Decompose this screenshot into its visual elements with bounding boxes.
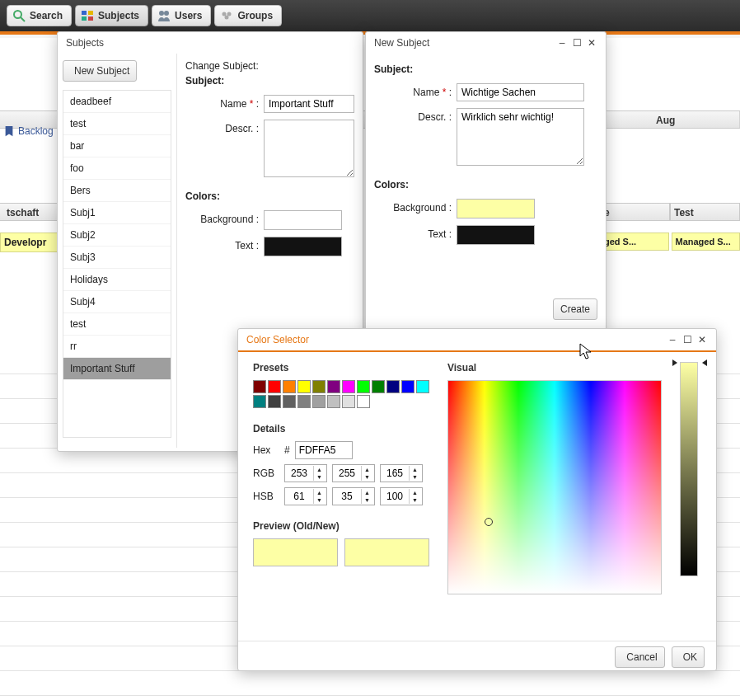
- ns-descr-textarea[interactable]: Wirklich sehr wichtig!: [457, 108, 584, 166]
- ns-bg-color-swatch[interactable]: [457, 199, 535, 218]
- descr-label: Descr. :: [185, 120, 264, 134]
- rgb-r-spinner[interactable]: ▲▼: [284, 464, 327, 482]
- close-icon[interactable]: ✕: [586, 37, 597, 49]
- group-header-right: e Test: [600, 203, 740, 221]
- descr-textarea[interactable]: [264, 120, 354, 177]
- managed-cells: ged S... Managed S...: [600, 233, 740, 251]
- subjects-icon: [81, 9, 94, 22]
- cancel-label: Cancel: [626, 651, 657, 663]
- change-subject-heading: Change Subject:: [185, 60, 354, 72]
- bg-color-swatch[interactable]: [264, 210, 342, 230]
- hsb-b-spinner[interactable]: ▲▼: [380, 487, 423, 505]
- subject-list-item[interactable]: Important Stuff: [63, 358, 171, 380]
- hue-saturation-area[interactable]: [447, 380, 662, 594]
- preset-swatch[interactable]: [253, 380, 266, 393]
- preview-old: [253, 538, 338, 566]
- preset-swatch[interactable]: [342, 380, 355, 393]
- minimize-icon[interactable]: –: [556, 37, 568, 49]
- preset-swatch[interactable]: [327, 380, 340, 393]
- preset-swatch[interactable]: [327, 395, 340, 408]
- subject-list-item[interactable]: Holidays: [63, 269, 171, 291]
- managed-cell[interactable]: ged S...: [600, 233, 669, 251]
- preset-swatch[interactable]: [268, 380, 281, 393]
- preset-swatch[interactable]: [386, 380, 400, 393]
- preset-swatch[interactable]: [416, 380, 429, 393]
- text-color-swatch[interactable]: [264, 237, 342, 256]
- preset-swatch[interactable]: [283, 395, 296, 408]
- preset-swatch[interactable]: [342, 395, 355, 408]
- subject-section-heading: Subject:: [185, 75, 354, 87]
- ns-name-label: Name * :: [374, 83, 457, 98]
- subject-list-item[interactable]: rr: [63, 336, 171, 358]
- preset-swatch[interactable]: [283, 380, 296, 393]
- maximize-icon[interactable]: ☐: [571, 37, 583, 49]
- subject-list-item[interactable]: Subj3: [63, 247, 171, 269]
- subject-list-item[interactable]: Subj2: [63, 224, 171, 247]
- svg-rect-4: [82, 16, 87, 21]
- preset-swatch[interactable]: [357, 395, 370, 408]
- preset-swatch[interactable]: [312, 380, 326, 393]
- ns-descr-label: Descr. :: [374, 108, 457, 123]
- subject-list-item[interactable]: Subj1: [63, 202, 171, 224]
- ns-name-input[interactable]: [457, 83, 584, 101]
- cancel-button[interactable]: Cancel: [615, 646, 664, 668]
- svg-line-1: [21, 17, 25, 21]
- subject-list-item[interactable]: test: [63, 113, 171, 135]
- preset-grid: [253, 380, 429, 408]
- preset-swatch[interactable]: [372, 380, 385, 393]
- subject-list-item[interactable]: deadbeef: [63, 91, 171, 113]
- tab-label: Groups: [237, 10, 273, 21]
- svg-rect-2: [82, 11, 87, 15]
- create-label: Create: [560, 303, 590, 315]
- subject-list-item[interactable]: bar: [63, 135, 171, 157]
- colors-section-heading: Colors:: [185, 190, 354, 202]
- svg-point-7: [164, 11, 169, 16]
- hsb-h-spinner[interactable]: ▲▼: [284, 487, 327, 505]
- topbar: Search Subjects Users Groups: [0, 0, 740, 35]
- svg-rect-5: [88, 16, 93, 21]
- create-button[interactable]: Create: [553, 298, 597, 320]
- text-label: Text :: [185, 237, 264, 251]
- ok-button[interactable]: OK: [672, 646, 705, 668]
- subjects-panel-title: Subjects: [66, 37, 104, 49]
- rgb-g-spinner[interactable]: ▲▼: [332, 464, 375, 482]
- ns-bg-label: Background :: [374, 199, 457, 214]
- preset-swatch[interactable]: [357, 380, 370, 393]
- name-input[interactable]: [264, 95, 354, 113]
- rgb-b-spinner[interactable]: ▲▼: [380, 464, 423, 482]
- svg-point-8: [222, 12, 227, 16]
- preset-swatch[interactable]: [253, 395, 266, 408]
- cs-maximize-icon[interactable]: ☐: [681, 334, 693, 345]
- preview-heading: Preview (Old/New): [253, 520, 429, 532]
- tab-groups[interactable]: Groups: [214, 5, 282, 26]
- cs-close-icon[interactable]: ✕: [696, 334, 708, 345]
- backlog-link[interactable]: Backlog: [0, 124, 57, 139]
- value-bar[interactable]: [680, 362, 698, 576]
- subject-list-item[interactable]: Subj4: [63, 291, 171, 313]
- subject-list-item[interactable]: foo: [63, 157, 171, 180]
- hsb-s-spinner[interactable]: ▲▼: [332, 487, 375, 505]
- new-subject-button[interactable]: New Subject: [63, 60, 137, 82]
- ns-text-label: Text :: [374, 225, 457, 240]
- tab-users[interactable]: Users: [152, 5, 211, 26]
- tab-label: Search: [30, 10, 63, 21]
- cs-minimize-icon[interactable]: –: [667, 334, 678, 345]
- tab-subjects[interactable]: Subjects: [75, 5, 148, 26]
- subjects-list[interactable]: deadbeeftestbarfooBersSubj1Subj2Subj3Hol…: [63, 90, 171, 438]
- ns-text-color-swatch[interactable]: [457, 225, 535, 245]
- new-subject-panel: New Subject – ☐ ✕ Subject: Name * : Desc…: [365, 31, 607, 331]
- preset-swatch[interactable]: [312, 395, 326, 408]
- preset-swatch[interactable]: [297, 380, 311, 393]
- hex-input[interactable]: [295, 441, 353, 459]
- preset-swatch[interactable]: [401, 380, 414, 393]
- hue-handle[interactable]: [485, 518, 493, 526]
- bookmark-icon: [3, 125, 15, 137]
- managed-cell[interactable]: Managed S...: [672, 233, 741, 251]
- svg-rect-3: [88, 11, 93, 15]
- subject-list-item[interactable]: Bers: [63, 180, 171, 202]
- preset-swatch[interactable]: [268, 395, 281, 408]
- subject-list-item[interactable]: test: [63, 313, 171, 336]
- preset-swatch[interactable]: [297, 395, 311, 408]
- bg-label: Background :: [185, 210, 264, 225]
- tab-search[interactable]: Search: [7, 5, 72, 26]
